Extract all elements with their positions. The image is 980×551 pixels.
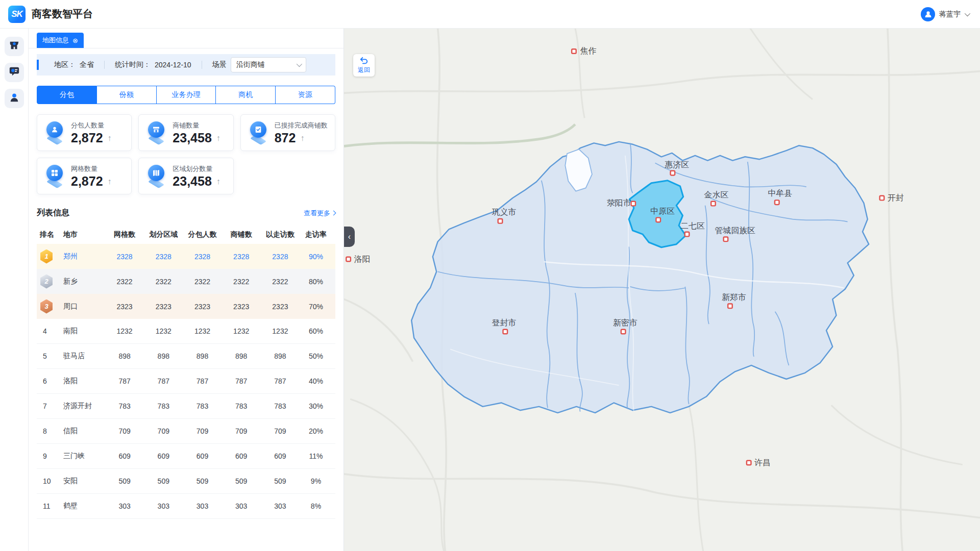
stat-card: 已摸排完成商铺数872↑ bbox=[240, 114, 335, 151]
map-label-text: 开封 bbox=[888, 193, 904, 202]
stat-value: 23,458↑ bbox=[173, 132, 220, 144]
filter-time: 统计时间： 2024-12-10 bbox=[105, 60, 202, 69]
medal-gold-icon: 1 bbox=[40, 249, 53, 264]
filter-accent-bar bbox=[37, 60, 39, 70]
map-area[interactable]: 焦作惠济区金水区中牟县开封荥阳市中原区二七区管城回族区巩义市洛阳新郑市登封市新密… bbox=[344, 29, 980, 551]
chat-icon bbox=[9, 66, 20, 79]
value-cell: 783 bbox=[261, 402, 300, 410]
city-cell: 新乡 bbox=[63, 277, 105, 286]
grid-icon bbox=[43, 164, 66, 188]
panel-tab-bar: 地图信息 ⊗ bbox=[29, 29, 344, 48]
map-back-button[interactable]: 返回 bbox=[353, 54, 375, 77]
list-header: 列表信息 查看更多 bbox=[37, 208, 335, 218]
tab-资源[interactable]: 资源 bbox=[276, 86, 335, 104]
user-icon bbox=[9, 92, 20, 105]
user-menu[interactable]: 蒋蓝宇 bbox=[921, 7, 969, 21]
stat-value: 2,872↑ bbox=[71, 132, 112, 144]
map-marker-icon[interactable] bbox=[724, 237, 728, 242]
map-label-洛阳[interactable]: 洛阳 bbox=[346, 255, 370, 263]
column-header: 商铺数 bbox=[222, 230, 261, 239]
rank-cell: 6 bbox=[40, 377, 63, 385]
table-row-驻马店[interactable]: 5驻马店89889889889889850% bbox=[37, 344, 335, 369]
map-marker-icon[interactable] bbox=[656, 218, 660, 222]
map-marker-icon[interactable] bbox=[728, 304, 732, 309]
value-cell: 898 bbox=[261, 352, 300, 360]
column-header: 划分区域 bbox=[144, 230, 183, 239]
app-title: 商客数智平台 bbox=[32, 7, 93, 21]
map-marker-icon[interactable] bbox=[775, 200, 779, 205]
rail-button-user-icon[interactable] bbox=[5, 89, 24, 108]
value-cell: 2323 bbox=[105, 303, 144, 311]
value-cell: 609 bbox=[105, 452, 144, 460]
map-marker-icon[interactable] bbox=[621, 330, 626, 334]
map-marker-icon[interactable] bbox=[685, 232, 690, 237]
table-row-周口[interactable]: 3周口2323232323232323232370% bbox=[37, 294, 335, 319]
table-row-新乡[interactable]: 2新乡2322232223222322232280% bbox=[37, 269, 335, 294]
rail-button-store-icon[interactable] bbox=[5, 37, 24, 56]
column-header: 排名 bbox=[40, 230, 63, 239]
survey-done-icon bbox=[247, 120, 270, 145]
value-cell: 609 bbox=[261, 452, 300, 460]
value-cell: 898 bbox=[183, 352, 222, 360]
map-marker-icon[interactable] bbox=[880, 196, 885, 201]
map-marker-icon[interactable] bbox=[346, 257, 351, 262]
value-cell: 1232 bbox=[261, 327, 300, 335]
map-marker-icon[interactable] bbox=[572, 49, 576, 54]
value-cell: 2328 bbox=[261, 253, 300, 261]
tab-商机[interactable]: 商机 bbox=[216, 86, 276, 104]
city-cell: 周口 bbox=[63, 302, 105, 311]
table-row-三门峡[interactable]: 9三门峡60960960960960911% bbox=[37, 444, 335, 469]
trend-up-icon: ↑ bbox=[108, 134, 112, 142]
value-cell: 303 bbox=[144, 502, 183, 510]
tab-分包[interactable]: 分包 bbox=[37, 86, 97, 104]
sidebar-rail bbox=[0, 29, 29, 551]
map-label-text: 中牟县 bbox=[768, 189, 792, 197]
value-cell: 2322 bbox=[222, 278, 261, 286]
table-row-安阳[interactable]: 10安阳5095095095095099% bbox=[37, 469, 335, 494]
value-cell: 303 bbox=[183, 502, 222, 510]
map-marker-icon[interactable] bbox=[503, 330, 508, 334]
rank-cell: 5 bbox=[40, 352, 63, 360]
rail-button-chat-icon[interactable] bbox=[5, 63, 24, 82]
map-marker-icon[interactable] bbox=[671, 171, 675, 176]
table-row-济源开封[interactable]: 7济源开封78378378378378330% bbox=[37, 394, 335, 419]
table-row-郑州[interactable]: 1郑州2328232823282328232890% bbox=[37, 244, 335, 269]
map-label-text: 管城回族区 bbox=[715, 226, 755, 235]
table-row-洛阳[interactable]: 6洛阳78778778778778740% bbox=[37, 369, 335, 394]
value-cell: 709 bbox=[105, 427, 144, 435]
tab-业务办理[interactable]: 业务办理 bbox=[157, 86, 216, 104]
table-row-信阳[interactable]: 8信阳70970970970970920% bbox=[37, 419, 335, 444]
view-more-link[interactable]: 查看更多 bbox=[304, 209, 335, 218]
map-label-焦作[interactable]: 焦作 bbox=[572, 46, 596, 55]
value-cell: 783 bbox=[144, 402, 183, 410]
table-row-南阳[interactable]: 4南阳1232123212321232123260% bbox=[37, 319, 335, 344]
table-row-鹤壁[interactable]: 11鹤壁3033033033033038% bbox=[37, 494, 335, 519]
filter-scene: 场景 沿街商铺 bbox=[202, 57, 316, 72]
map-region-cluster[interactable] bbox=[411, 142, 869, 413]
map-marker-icon[interactable] bbox=[711, 202, 716, 206]
value-cell: 2328 bbox=[183, 253, 222, 261]
value-cell: 1232 bbox=[144, 327, 183, 335]
return-arrow-icon bbox=[359, 57, 369, 65]
rank-cell: 4 bbox=[40, 327, 63, 335]
region-icon bbox=[145, 164, 167, 188]
column-header: 分包人数 bbox=[183, 230, 222, 239]
app-logo: SK bbox=[8, 6, 26, 23]
panel-collapse-handle[interactable]: ‹ bbox=[344, 227, 355, 247]
tab-map-info[interactable]: 地图信息 ⊗ bbox=[37, 33, 84, 48]
map-label-许昌[interactable]: 许昌 bbox=[747, 458, 771, 467]
map-marker-icon[interactable] bbox=[498, 219, 503, 223]
map-marker-icon[interactable] bbox=[747, 461, 751, 465]
chevron-down-icon bbox=[296, 61, 302, 67]
trend-up-icon: ↑ bbox=[216, 134, 220, 142]
scene-select[interactable]: 沿街商铺 bbox=[231, 57, 306, 72]
value-cell: 787 bbox=[105, 377, 144, 385]
value-cell: 2323 bbox=[261, 303, 300, 311]
value-cell: 2322 bbox=[105, 278, 144, 286]
map-label-开封[interactable]: 开封 bbox=[880, 193, 904, 202]
stat-label: 网格数量 bbox=[71, 164, 112, 173]
tab-份额[interactable]: 份额 bbox=[97, 86, 157, 104]
rank-cell: 7 bbox=[40, 402, 63, 410]
map-marker-icon[interactable] bbox=[631, 202, 635, 206]
close-icon[interactable]: ⊗ bbox=[72, 37, 78, 44]
